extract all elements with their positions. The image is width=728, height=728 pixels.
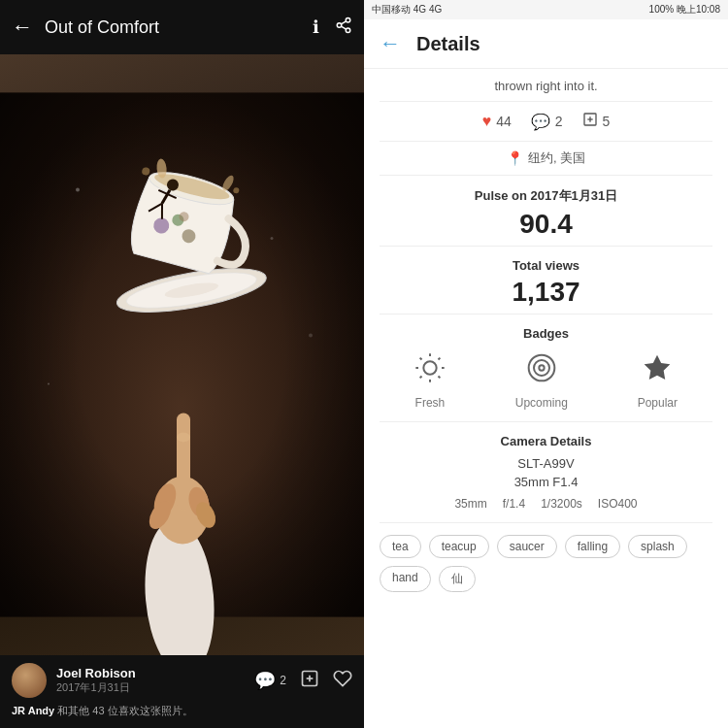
- badges-section: Badges: [380, 314, 712, 422]
- caption-highlight: JR Andy: [12, 705, 54, 716]
- camera-focal-length: 35mm: [454, 497, 486, 511]
- svg-point-36: [309, 334, 313, 338]
- pulse-label: Pulse on 2017年1月31日: [380, 187, 712, 205]
- status-left: 中国移动 4G 4G: [372, 3, 442, 17]
- share-button[interactable]: [335, 17, 352, 39]
- svg-line-50: [420, 376, 422, 378]
- bottom-bar: Joel Robison 2017年1月31日 💬 2: [0, 655, 364, 728]
- svg-point-52: [528, 355, 554, 381]
- svg-point-53: [534, 360, 549, 376]
- comment-button[interactable]: 💬 2: [254, 670, 286, 691]
- svg-point-34: [271, 237, 274, 240]
- page-title: Out of Comfort: [45, 17, 297, 38]
- camera-iso: ISO400: [598, 497, 638, 511]
- comment-icon: 💬: [254, 670, 276, 691]
- location-text: 纽约, 美国: [528, 149, 585, 167]
- left-header: ← Out of Comfort ℹ: [0, 0, 364, 54]
- fresh-icon: [414, 352, 446, 390]
- camera-aperture: f/1.4: [503, 497, 525, 511]
- svg-point-0: [346, 17, 350, 22]
- location-row: 📍 纽约, 美国: [380, 142, 712, 176]
- likes-count: 44: [496, 114, 512, 129]
- caption-text: 和其他 43 位喜欢这张照片。: [57, 705, 192, 716]
- svg-line-3: [341, 26, 346, 29]
- badges-row: Fresh Upcoming: [380, 352, 712, 410]
- upcoming-icon: [526, 352, 557, 390]
- camera-specs: 35mm f/1.4 1/3200s ISO400: [380, 497, 712, 511]
- user-name: Joel Robison: [56, 666, 245, 680]
- tag-item[interactable]: splash: [628, 535, 687, 558]
- popular-label: Popular: [638, 396, 678, 410]
- user-info: Joel Robison 2017年1月31日: [56, 666, 245, 695]
- right-header: ← Details: [364, 19, 728, 69]
- svg-line-46: [420, 358, 422, 360]
- action-icons: 💬 2: [254, 669, 352, 693]
- excerpt-text: thrown right into it.: [380, 69, 712, 102]
- add-button[interactable]: [300, 669, 319, 693]
- camera-section: Camera Details SLT-A99V 35mm F1.4 35mm f…: [380, 422, 712, 523]
- svg-line-47: [438, 376, 440, 378]
- user-row: Joel Robison 2017年1月31日 💬 2: [12, 663, 352, 698]
- comments-stat: 💬 2: [531, 113, 563, 131]
- tags-section: teateacupsaucerfallingsplashhand仙: [380, 523, 712, 604]
- avatar: [12, 663, 47, 698]
- tag-item[interactable]: hand: [380, 566, 431, 592]
- svg-rect-9: [177, 414, 190, 511]
- svg-point-43: [423, 361, 436, 374]
- status-right: 100% 晚上10:08: [649, 3, 720, 17]
- svg-line-4: [341, 20, 346, 23]
- tag-item[interactable]: saucer: [497, 535, 557, 558]
- badge-fresh: Fresh: [414, 352, 446, 410]
- svg-line-51: [438, 358, 440, 360]
- tags-row: teateacupsaucerfallingsplashhand仙: [380, 535, 712, 592]
- badge-popular: Popular: [638, 352, 678, 410]
- badges-title: Badges: [380, 326, 712, 341]
- badge-upcoming: Upcoming: [515, 352, 568, 410]
- svg-marker-55: [645, 355, 671, 380]
- pulse-value: 90.4: [380, 209, 712, 240]
- status-bar: 中国移动 4G 4G 100% 晚上10:08: [364, 0, 728, 19]
- svg-point-54: [539, 365, 544, 370]
- saves-stat: 5: [582, 112, 611, 131]
- tag-item[interactable]: tea: [380, 535, 421, 558]
- camera-shutter: 1/3200s: [541, 497, 582, 511]
- popular-icon: [642, 352, 673, 390]
- tag-item[interactable]: teacup: [429, 535, 489, 558]
- saves-count: 5: [603, 114, 611, 129]
- views-value: 1,137: [380, 277, 712, 308]
- svg-point-14: [177, 433, 190, 443]
- svg-point-33: [76, 188, 80, 192]
- heart-stat-icon: ♥: [482, 113, 492, 130]
- info-button[interactable]: ℹ: [313, 17, 319, 38]
- comments-count: 2: [555, 114, 563, 129]
- camera-title: Camera Details: [380, 434, 712, 448]
- views-section: Total views 1,137: [380, 247, 712, 314]
- photo-image: [0, 54, 364, 655]
- location-icon: 📍: [507, 150, 523, 166]
- user-date: 2017年1月31日: [56, 680, 245, 695]
- details-back-button[interactable]: ←: [380, 31, 401, 56]
- back-button[interactable]: ←: [12, 15, 33, 40]
- upcoming-label: Upcoming: [515, 396, 568, 410]
- pulse-section: Pulse on 2017年1月31日 90.4: [380, 176, 712, 247]
- details-body: thrown right into it. ♥ 44 💬 2 5 📍: [364, 69, 728, 604]
- save-stat-icon: [582, 112, 598, 131]
- stats-row: ♥ 44 💬 2 5: [380, 102, 712, 142]
- comment-stat-icon: 💬: [531, 113, 550, 131]
- comment-count: 2: [280, 674, 286, 687]
- caption-row: JR Andy 和其他 43 位喜欢这张照片。: [12, 704, 352, 724]
- camera-model: SLT-A99V: [380, 456, 712, 471]
- svg-point-1: [337, 22, 342, 27]
- right-panel: 中国移动 4G 4G 100% 晚上10:08 ← Details thrown…: [364, 0, 728, 728]
- photo-container: [0, 54, 364, 655]
- fresh-label: Fresh: [415, 396, 446, 410]
- add-icon: [300, 669, 319, 693]
- likes-stat: ♥ 44: [482, 113, 512, 130]
- tag-item[interactable]: falling: [565, 535, 620, 558]
- svg-point-35: [48, 383, 50, 385]
- details-title: Details: [416, 33, 480, 55]
- tag-item[interactable]: 仙: [439, 566, 476, 592]
- heart-icon: [333, 669, 352, 693]
- svg-point-2: [346, 28, 350, 33]
- like-button[interactable]: [333, 669, 352, 693]
